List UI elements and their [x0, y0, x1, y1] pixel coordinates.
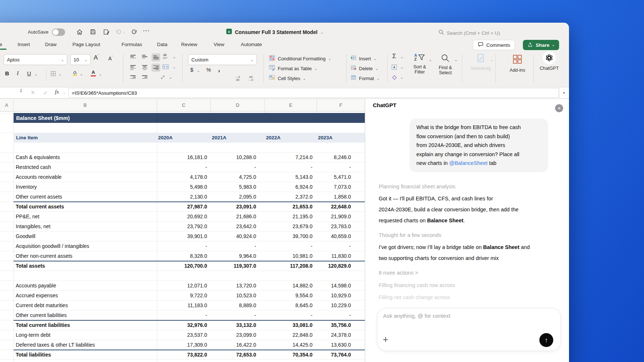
cell-value[interactable]: 120,700.0 [157, 263, 211, 269]
tab-automate[interactable]: Automate [241, 42, 262, 47]
row-label[interactable]: Long-term debt [14, 332, 157, 338]
cell-value[interactable]: 40,659.0 [317, 233, 365, 239]
cell-value[interactable]: 5,471.0 [317, 174, 365, 180]
number-format-select[interactable]: Custom⌄ [188, 54, 257, 65]
cell-value[interactable]: 11,183.0 [157, 302, 211, 308]
fill-down-icon[interactable] [392, 64, 397, 70]
undo-icon[interactable] [114, 28, 122, 36]
font-name-select[interactable]: Aptos⌄ [4, 54, 67, 65]
decrease-indent-icon[interactable] [129, 75, 137, 80]
more-options-icon[interactable]: ⋯ [143, 26, 150, 35]
text-orientation-icon[interactable]: ⤢ [161, 75, 165, 80]
document-title-group[interactable]: X Consumer Full 3 Statement Model ⌄ [226, 29, 323, 36]
cell-value[interactable]: - [317, 243, 365, 249]
find-select-button[interactable]: ⌄ Find & Select [435, 53, 456, 75]
column-header-d[interactable]: D [211, 99, 265, 111]
row-label[interactable]: Intangibles, net [14, 223, 157, 229]
underline-button[interactable]: U [27, 70, 31, 76]
wrap-text-icon[interactable]: abc↩ [163, 53, 167, 59]
cell-value[interactable]: 40,924.0 [211, 233, 265, 239]
cell-value[interactable]: 5,498.0 [157, 184, 211, 190]
cell-value[interactable]: 23,091.0 [211, 204, 265, 210]
cell-value[interactable]: 72,653.0 [211, 352, 265, 358]
cell-value[interactable]: 27,987.0 [157, 204, 211, 210]
row-label[interactable]: PP&E, net [14, 214, 157, 219]
decrease-decimal-icon[interactable]: .00→.0 [248, 76, 253, 82]
home-icon[interactable] [75, 28, 83, 36]
cell-value[interactable]: 39,901.0 [157, 233, 211, 239]
cell-value[interactable]: 23,642.0 [211, 223, 265, 229]
cell-value[interactable]: - [265, 312, 317, 318]
fx-icon[interactable]: fx [55, 89, 59, 95]
row-label[interactable]: Total liabilities [14, 352, 157, 358]
cell-value[interactable]: - [265, 243, 317, 249]
row-label[interactable]: Total assets [14, 263, 157, 269]
cell-value[interactable]: 2,372.0 [265, 194, 317, 200]
font-size-select[interactable]: 10⌄ [70, 54, 91, 65]
italic-button[interactable]: I [17, 70, 19, 76]
chatgpt-addin-button[interactable]: ChatGPT [538, 51, 561, 71]
cell-value[interactable]: 4,178.0 [157, 174, 211, 180]
column-header-c[interactable]: C [157, 99, 211, 111]
row-label[interactable]: Restricted cash [14, 164, 157, 170]
row-label[interactable]: Other current liabilities [14, 312, 157, 318]
cell-value[interactable]: 8,328.0 [157, 253, 211, 259]
redo-icon[interactable] [130, 28, 138, 36]
cell-value[interactable]: 17,309.0 [157, 342, 211, 348]
currency-chevron-icon[interactable]: ⌄ [197, 68, 200, 72]
cell-value[interactable]: 119,307.0 [211, 263, 265, 269]
font-color-chevron-icon[interactable]: ⌄ [99, 72, 102, 76]
format-as-table-button[interactable]: Format as Table ⌄ [269, 65, 317, 72]
row-label[interactable]: Acquisition goodwill / intangibles [14, 243, 157, 249]
cell-value[interactable]: 117,208.0 [265, 263, 317, 269]
cell-value[interactable]: - [317, 164, 365, 170]
cell-styles-button[interactable]: Cell Styles ⌄ [269, 75, 306, 82]
cell-value[interactable]: 10,981.0 [265, 253, 317, 259]
cell-value[interactable]: - [157, 243, 211, 249]
send-button[interactable]: ↑ [539, 333, 553, 347]
align-left-icon[interactable] [129, 64, 137, 71]
share-button[interactable]: Share ⌄ [523, 40, 559, 50]
orientation-chevron-icon[interactable]: ⌄ [169, 75, 172, 79]
wrap-text-chevron-icon[interactable]: ⌄ [173, 55, 176, 59]
cell-value[interactable]: 9,722.0 [157, 293, 211, 298]
year-header-2021a[interactable]: 2021A [211, 135, 265, 140]
tab-view[interactable]: View [214, 42, 224, 47]
cell-value[interactable]: - [211, 164, 265, 170]
increase-indent-icon[interactable] [141, 75, 149, 80]
tab-draw[interactable]: Draw [45, 42, 57, 47]
fill-color-chevron-icon[interactable]: ⌄ [80, 72, 83, 76]
cell-value[interactable]: - [211, 243, 265, 249]
cell-value[interactable]: - [265, 164, 317, 170]
cell-value[interactable]: 73,822.0 [157, 352, 211, 358]
cell-value[interactable]: 6,924.0 [265, 184, 317, 190]
search-input[interactable]: Search (Cmd + Ctrl + U) [438, 29, 500, 37]
cell-value[interactable]: 8,645.0 [265, 302, 317, 308]
cell-value[interactable]: 12,071.0 [157, 283, 211, 289]
increase-decimal-icon[interactable]: ←.0.00 [235, 76, 240, 82]
cell-value[interactable]: 8,246.0 [317, 154, 365, 160]
clear-icon[interactable] [392, 75, 397, 80]
borders-icon[interactable] [50, 71, 56, 76]
year-header-2020a[interactable]: 2020A [157, 135, 211, 140]
cell-value[interactable]: 7,214.0 [265, 154, 317, 160]
column-header-e[interactable]: E [265, 99, 317, 111]
conditional-formatting-button[interactable]: Conditional Formatting ⌄ [269, 55, 331, 63]
cell-value[interactable]: 39,700.0 [265, 233, 317, 239]
delete-cells-button[interactable]: Delete ⌄ [351, 65, 378, 72]
align-top-icon[interactable] [129, 54, 137, 59]
cell-value[interactable]: 2,095.0 [211, 194, 265, 200]
increase-font-icon[interactable]: Aˆ [94, 54, 99, 61]
tab-formulas[interactable]: Formulas [121, 42, 142, 47]
clear-chevron-icon[interactable]: ⌄ [400, 75, 403, 79]
cell-value[interactable]: 5,983.0 [211, 184, 265, 190]
cell-value[interactable]: 33,081.0 [265, 322, 317, 328]
cell-value[interactable]: 23,792.0 [157, 223, 211, 229]
cell-value[interactable]: 9,554.0 [265, 293, 317, 298]
undo-chevron-icon[interactable]: ⌄ [123, 30, 126, 34]
merge-chevron-icon[interactable]: ⌄ [173, 65, 176, 69]
sort-filter-button[interactable]: AZ ⌄ Sort & Filter [409, 53, 430, 75]
cancel-icon[interactable]: ✕ [31, 90, 35, 95]
bold-button[interactable]: B [5, 70, 9, 76]
cell-value[interactable]: 23,099.0 [211, 332, 265, 338]
